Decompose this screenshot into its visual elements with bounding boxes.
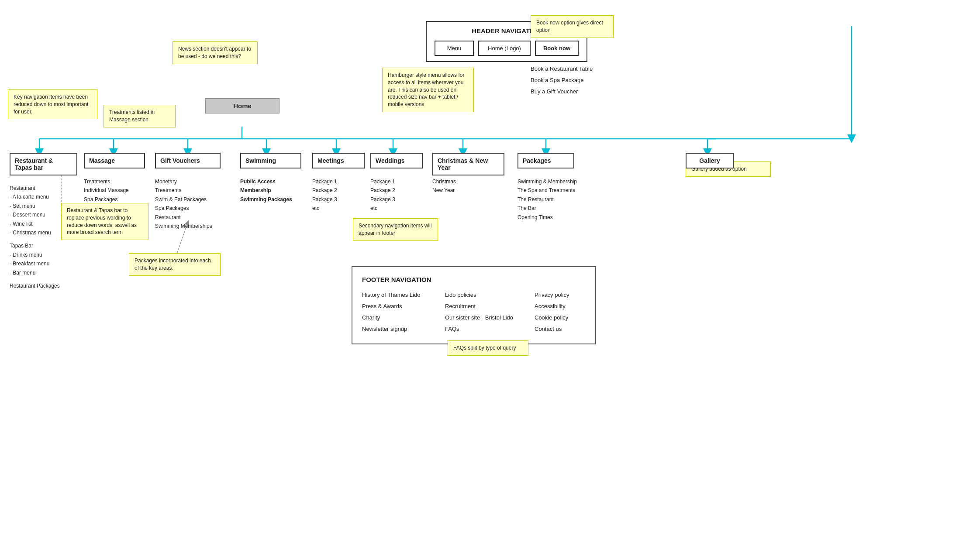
packages-title: Packages xyxy=(523,157,569,164)
note-restaurant-text: Restaurant & Tapas bar to replace previo… xyxy=(67,207,137,235)
weddings-node: Weddings xyxy=(370,153,423,168)
footer-col1: History of Thames Lido Press & Awards Ch… xyxy=(362,289,432,335)
note-keynav: Key navigation items have been reduced d… xyxy=(8,89,97,119)
footer-col3-item3: Cookie policy xyxy=(535,312,591,323)
gallery-node: Gallery xyxy=(686,153,734,168)
note-news: News section doesn't appear to be used -… xyxy=(173,41,258,64)
christmas-node: Christmas & New Year xyxy=(432,153,504,175)
note-keynav-text: Key navigation items have been reduced d… xyxy=(14,94,88,115)
note-hamburger: Hamburger style menu allows for access t… xyxy=(382,68,474,112)
note-restaurant: Restaurant & Tapas bar to replace previo… xyxy=(61,203,148,240)
gift-vouchers-items: Monetary Treatments Swim & Eat Packages … xyxy=(155,177,212,230)
massage-node: Massage xyxy=(84,153,145,168)
restaurant-items: Restaurant - A la carte menu - Set menu … xyxy=(10,184,60,290)
booknow-items: Book a Restaurant Table Book a Spa Packa… xyxy=(531,63,614,97)
footer-col3-item1: Privacy policy xyxy=(535,289,591,301)
footer-col2-item1: Lido policies xyxy=(445,289,521,301)
note-treatments-text: Treatments listed in Massage section xyxy=(109,109,155,123)
footer-col2-item2: Recruitment xyxy=(445,301,521,312)
note-treatments: Treatments listed in Massage section xyxy=(104,105,176,127)
footer-col1-item3: Charity xyxy=(362,312,432,323)
footer-col3-item4: Contact us xyxy=(535,323,591,335)
note-faqs: FAQs split by type of query xyxy=(448,340,528,356)
footer-col2-item3: Our sister site - Bristol Lido xyxy=(445,312,521,323)
note-booknow-text: Book now option gives direct option xyxy=(536,20,603,33)
gift-vouchers-title: Gift Vouchers xyxy=(160,157,215,164)
footer-col3-item2: Accessibility xyxy=(535,301,591,312)
restaurant-title: Restaurant &Tapas bar xyxy=(15,157,72,171)
swimming-title: Swimming xyxy=(245,157,296,164)
massage-items: Treatments Individual Massage Spa Packag… xyxy=(84,177,129,204)
footer-col2-item4: FAQs xyxy=(445,323,521,335)
note-faqs-text: FAQs split by type of query xyxy=(453,345,516,351)
gift-vouchers-node: Gift Vouchers xyxy=(155,153,221,168)
footer-col1-item4: Newsletter signup xyxy=(362,323,432,335)
meetings-title: Meetings xyxy=(317,157,359,164)
restaurant-node: Restaurant &Tapas bar xyxy=(10,153,77,175)
note-booknow: Book now option gives direct option xyxy=(531,15,614,38)
footer-col1-item2: Press & Awards xyxy=(362,301,432,312)
note-hamburger-text: Hamburger style menu allows for access t… xyxy=(388,72,464,107)
home-logo-label: Home (Logo) xyxy=(488,45,521,52)
note-packages-text: Packages incorporated into each of the k… xyxy=(135,258,211,271)
weddings-items: Package 1 Package 2 Package 3 etc xyxy=(370,177,395,213)
book-now-button[interactable]: Book now xyxy=(535,41,579,56)
booknow-item-1: Book a Restaurant Table xyxy=(531,63,614,75)
christmas-items: Christmas New Year xyxy=(432,177,456,195)
meetings-node: Meetings xyxy=(312,153,365,168)
footer-nav-title: FOOTER NAVIGATION xyxy=(362,276,586,283)
footer-nav-box: FOOTER NAVIGATION History of Thames Lido… xyxy=(352,266,596,344)
packages-items: Swimming & Membership The Spa and Treatm… xyxy=(518,177,577,222)
note-news-text: News section doesn't appear to be used -… xyxy=(178,46,251,59)
christmas-title: Christmas & New Year xyxy=(438,157,499,171)
swimming-node: Swimming xyxy=(240,153,301,168)
menu-button[interactable]: Menu xyxy=(435,41,474,56)
booknow-item-2: Book a Spa Package xyxy=(531,75,614,86)
gallery-title: Gallery xyxy=(691,157,728,164)
book-now-label: Book now xyxy=(543,45,570,52)
footer-col3: Privacy policy Accessibility Cookie poli… xyxy=(535,289,591,335)
massage-title: Massage xyxy=(89,157,140,164)
packages-node: Packages xyxy=(518,153,574,168)
booknow-item-3: Buy a Gift Voucher xyxy=(531,86,614,97)
note-secondary-nav-text: Secondary navigation items will appear i… xyxy=(359,223,431,236)
weddings-title: Weddings xyxy=(376,157,417,164)
footer-col1-item1: History of Thames Lido xyxy=(362,289,432,301)
footer-col2: Lido policies Recruitment Our sister sit… xyxy=(445,289,521,335)
home-label: Home xyxy=(233,102,252,110)
swimming-items: Public Access Membership Swimming Packag… xyxy=(240,177,292,204)
meetings-items: Package 1 Package 2 Package 3 etc xyxy=(312,177,337,213)
home-logo-button[interactable]: Home (Logo) xyxy=(478,41,531,56)
menu-label: Menu xyxy=(447,45,462,52)
home-node: Home xyxy=(205,98,279,113)
note-secondary-nav: Secondary navigation items will appear i… xyxy=(353,218,438,241)
note-packages: Packages incorporated into each of the k… xyxy=(129,253,221,276)
